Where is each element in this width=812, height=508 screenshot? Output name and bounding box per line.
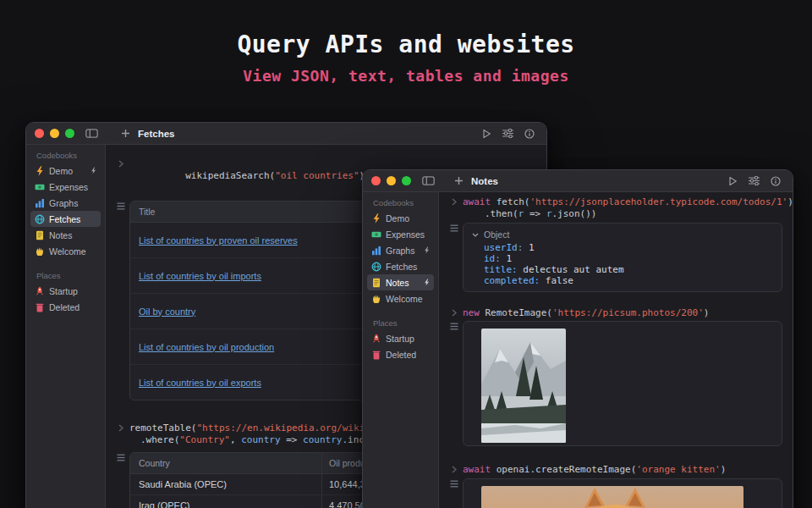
info-icon[interactable] [524, 129, 535, 139]
codebooks-section-label: Codebooks [26, 151, 105, 163]
sidebar-item-startup[interactable]: Startup [30, 283, 101, 299]
traffic-lights [371, 176, 411, 185]
sidebar-toggle-icon[interactable] [85, 129, 98, 138]
result-cell: Object userId: 1 id: 1 title: delectus a… [446, 223, 782, 292]
close-button[interactable] [371, 176, 381, 185]
sidebar-toggle-icon[interactable] [422, 176, 435, 185]
places-section-label: Places [26, 271, 105, 283]
page-title: Query APIs and websites [0, 30, 812, 59]
cell-handle-icon[interactable] [446, 321, 463, 330]
hand-icon [371, 294, 381, 304]
hand-icon [35, 246, 45, 257]
page: Query APIs and websites View JSON, text,… [0, 0, 812, 508]
page-subtitle: View JSON, text, tables and images [0, 67, 812, 86]
result-link[interactable]: List of countries by proven oil reserves [139, 235, 298, 246]
money-icon [35, 182, 45, 192]
sidebar-item-fetches[interactable]: Fetches [30, 211, 101, 227]
cell-chevron-icon[interactable] [446, 307, 463, 317]
result-link[interactable]: Oil by country [139, 306, 195, 317]
money-icon [371, 229, 381, 240]
sidebar-item-label: Startup [386, 334, 414, 344]
image-result-block [463, 321, 782, 446]
places-section-label: Places [363, 318, 438, 330]
result-link[interactable]: List of countries by oil production [139, 342, 274, 352]
object-toggle[interactable]: Object [464, 224, 782, 242]
sidebar-item-label: Demo [386, 213, 409, 224]
run-play-icon[interactable] [728, 176, 738, 186]
sidebar-item-label: Graphs [386, 246, 414, 256]
note-icon [35, 230, 45, 240]
cell-chevron-icon[interactable] [446, 464, 463, 473]
object-label: Object [484, 229, 509, 240]
minimize-button[interactable] [387, 176, 396, 185]
sidebar-item-welcome[interactable]: Welcome [30, 243, 101, 259]
sidebar: Codebooks Demo Expenses Graphs Fetches N… [363, 192, 439, 508]
settings-sliders-icon[interactable] [749, 176, 760, 185]
sidebar-item-expenses[interactable]: Expenses [367, 226, 434, 242]
sidebar-item-notes[interactable]: Notes [30, 227, 101, 243]
globe-icon [35, 214, 45, 224]
sidebar-item-deleted[interactable]: Deleted [367, 346, 434, 362]
cell-chevron-icon[interactable] [112, 422, 129, 432]
settings-sliders-icon[interactable] [502, 129, 513, 138]
cell-chevron-icon[interactable] [112, 158, 129, 168]
column-header: Country [130, 453, 321, 473]
minimize-button[interactable] [50, 129, 59, 138]
codebooks-section-label: Codebooks [363, 198, 438, 210]
cell-chevron-icon[interactable] [446, 196, 463, 206]
chevron-down-icon [472, 233, 479, 237]
info-icon[interactable] [771, 176, 781, 186]
json-entry: completed: false [464, 275, 782, 286]
sidebar-item-fetches[interactable]: Fetches [367, 258, 434, 274]
plus-icon[interactable] [121, 129, 130, 138]
zoom-button[interactable] [65, 129, 74, 138]
sidebar-item-graphs[interactable]: Graphs [30, 195, 101, 211]
json-result-block: Object userId: 1 id: 1 title: delectus a… [463, 223, 782, 292]
running-bolt-icon [424, 246, 430, 254]
sidebar-item-label: Startup [49, 286, 78, 296]
sidebar-item-welcome[interactable]: Welcome [367, 290, 434, 306]
zoom-button[interactable] [402, 176, 411, 185]
notes-window: Notes Codebooks Demo Expens [362, 169, 793, 508]
cell-handle-icon[interactable] [112, 452, 129, 461]
sidebar-item-label: Fetches [386, 262, 417, 272]
json-entry: userId: 1 [464, 242, 782, 253]
titlebar: Fetches [26, 123, 546, 145]
country-cell: Iraq (OPEC) [130, 495, 321, 508]
sidebar-item-graphs[interactable]: Graphs [367, 242, 434, 258]
sidebar-item-expenses[interactable]: Expenses [30, 179, 101, 195]
sidebar-item-notes[interactable]: Notes [367, 274, 434, 290]
sidebar-item-label: Expenses [49, 182, 88, 192]
close-button[interactable] [35, 129, 44, 138]
traffic-lights [35, 129, 74, 138]
result-link[interactable]: List of countries by oil imports [139, 271, 261, 281]
rocket-icon [371, 334, 381, 344]
hero: Query APIs and websites View JSON, text,… [0, 30, 812, 85]
orange-kitten-photo [481, 486, 743, 508]
sidebar-item-label: Welcome [386, 294, 423, 304]
code-cell[interactable]: await fetch('https://jsonplaceholder.typ… [446, 196, 782, 220]
cell-handle-icon[interactable] [112, 201, 129, 210]
sidebar: Codebooks Demo Expenses Graphs Fetches N… [26, 145, 106, 508]
globe-icon [371, 262, 381, 272]
result-link[interactable]: List of countries by oil exports [139, 378, 261, 388]
mountain-forest-photo [481, 329, 566, 443]
sidebar-item-demo[interactable]: Demo [367, 210, 434, 226]
notebook-content: await fetch('https://jsonplaceholder.typ… [439, 192, 793, 508]
running-bolt-icon [424, 279, 430, 286]
code-cell[interactable]: new RemoteImage('https://picsum.photos/2… [446, 307, 782, 319]
sidebar-item-deleted[interactable]: Deleted [30, 299, 101, 315]
chart-icon [35, 198, 45, 208]
sidebar-item-demo[interactable]: Demo [30, 163, 101, 179]
sidebar-item-startup[interactable]: Startup [367, 330, 434, 346]
sidebar-item-label: Notes [386, 278, 409, 288]
window-title: Notes [471, 176, 498, 186]
run-play-icon[interactable] [482, 129, 491, 139]
sidebar-item-label: Demo [49, 166, 73, 176]
plus-icon[interactable] [454, 176, 464, 185]
json-entry: id: 1 [464, 253, 782, 264]
cell-handle-icon[interactable] [446, 478, 463, 488]
cell-handle-icon[interactable] [446, 223, 463, 232]
code-cell[interactable]: await openai.createRemoteImage('orange k… [446, 464, 782, 476]
result-cell [446, 478, 782, 508]
